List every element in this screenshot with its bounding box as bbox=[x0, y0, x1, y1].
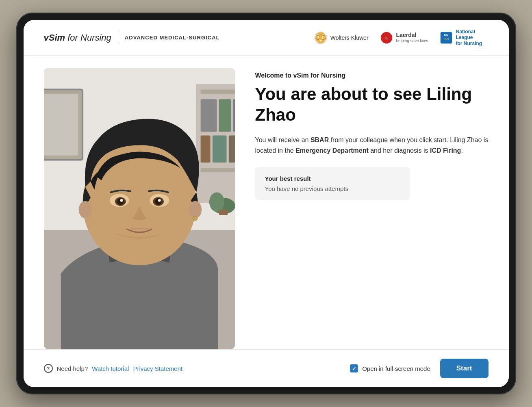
laerdal-text: Laerdal helping save lives bbox=[396, 32, 428, 43]
wolters-kluwer-logo: Wolters Kluwer bbox=[314, 31, 369, 44]
svg-rect-19 bbox=[44, 94, 78, 156]
footer: ? Need help? Watch tutorial Privacy Stat… bbox=[24, 349, 509, 387]
header: vSim for Nursing Advanced Medical-Surgic… bbox=[24, 20, 509, 56]
nln-icon: NN NLN bbox=[440, 31, 453, 44]
brand-vsim: vSim for Nursing bbox=[44, 32, 111, 43]
desc-end: . bbox=[461, 147, 463, 154]
svg-rect-10 bbox=[200, 89, 235, 94]
desc-text-1: You will receive an bbox=[255, 136, 311, 143]
svg-rect-15 bbox=[212, 136, 226, 163]
patient-description: You will receive an SBAR from your colle… bbox=[255, 135, 489, 156]
fullscreen-option[interactable]: Open in full-screen mode bbox=[350, 364, 430, 372]
patient-title: You are about to see Liling Zhao bbox=[255, 84, 489, 125]
main-content: Welcome to vSim for Nursing You are abou… bbox=[24, 56, 509, 349]
help-text: Need help? bbox=[57, 365, 88, 372]
wolters-kluwer-icon bbox=[314, 31, 327, 44]
svg-text:NLN: NLN bbox=[443, 37, 448, 40]
svg-rect-11 bbox=[200, 99, 217, 132]
wolters-kluwer-label: Wolters Kluwer bbox=[330, 35, 369, 41]
svg-rect-17 bbox=[200, 168, 235, 173]
desc-text-3: and her diagnosis is bbox=[369, 147, 430, 154]
watch-tutorial-link[interactable]: Watch tutorial bbox=[92, 365, 129, 372]
footer-left: ? Need help? Watch tutorial Privacy Stat… bbox=[44, 364, 183, 373]
start-button[interactable]: Start bbox=[440, 359, 489, 378]
device-frame: vSim for Nursing Advanced Medical-Surgic… bbox=[16, 13, 516, 394]
svg-text:L: L bbox=[385, 36, 388, 40]
brand-divider bbox=[118, 31, 118, 44]
fullscreen-checkbox[interactable] bbox=[350, 364, 358, 372]
nln-logo: NN NLN National Leaguefor Nursing bbox=[440, 29, 489, 46]
laerdal-logo: L Laerdal helping save lives bbox=[380, 31, 428, 44]
patient-image bbox=[44, 68, 235, 349]
svg-point-35 bbox=[189, 201, 202, 219]
svg-point-1 bbox=[319, 36, 322, 39]
svg-point-36 bbox=[193, 216, 197, 221]
patient-image-container bbox=[44, 68, 235, 349]
svg-point-34 bbox=[78, 201, 91, 219]
help-icon: ? bbox=[44, 364, 53, 373]
laerdal-icon: L bbox=[380, 31, 393, 44]
svg-point-33 bbox=[158, 199, 161, 202]
svg-rect-14 bbox=[200, 136, 210, 163]
svg-point-31 bbox=[155, 198, 161, 205]
welcome-label: Welcome to vSim for Nursing bbox=[255, 72, 489, 79]
svg-rect-13 bbox=[233, 99, 235, 132]
svg-rect-16 bbox=[228, 136, 235, 163]
right-content: Welcome to vSim for Nursing You are abou… bbox=[255, 68, 489, 349]
svg-point-30 bbox=[117, 198, 124, 205]
brand-area: vSim for Nursing Advanced Medical-Surgic… bbox=[44, 31, 220, 44]
screen: vSim for Nursing Advanced Medical-Surgic… bbox=[24, 20, 509, 387]
patient-photo-svg bbox=[44, 68, 235, 349]
svg-rect-22 bbox=[219, 210, 227, 215]
fullscreen-label: Open in full-screen mode bbox=[362, 365, 430, 372]
brand-subtitle: Advanced Medical-Surgical bbox=[125, 35, 220, 41]
laerdal-name: Laerdal bbox=[396, 32, 428, 38]
svg-text:NN: NN bbox=[444, 34, 448, 37]
svg-point-21 bbox=[209, 193, 224, 212]
privacy-statement-link[interactable]: Privacy Statement bbox=[133, 365, 182, 372]
laerdal-tagline: helping save lives bbox=[396, 39, 428, 43]
footer-right: Open in full-screen mode Start bbox=[350, 359, 488, 378]
desc-diagnosis: ICD Firing bbox=[430, 147, 461, 154]
result-box-title: Your best result bbox=[265, 175, 400, 182]
desc-sbar: SBAR bbox=[311, 136, 329, 143]
partner-logos: Wolters Kluwer L Laerdal helping save li… bbox=[314, 29, 489, 46]
nln-name: National Leaguefor Nursing bbox=[456, 29, 489, 46]
nln-text: National Leaguefor Nursing bbox=[456, 29, 489, 46]
result-box-value: You have no previous attempts bbox=[265, 185, 400, 192]
svg-rect-12 bbox=[219, 99, 230, 132]
svg-point-32 bbox=[120, 199, 123, 202]
result-box: Your best result You have no previous at… bbox=[255, 167, 410, 200]
desc-dept: Emergency Department bbox=[295, 147, 369, 154]
